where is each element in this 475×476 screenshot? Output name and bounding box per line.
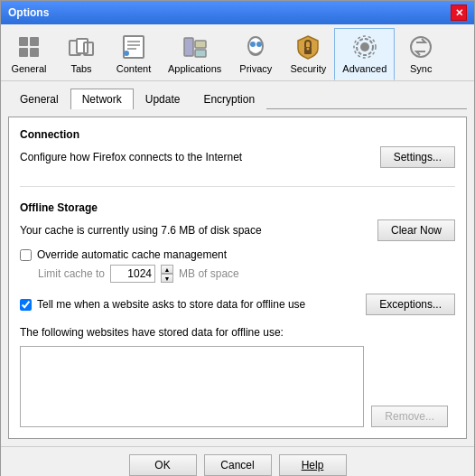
offline-section: Offline Storage Your cache is currently … [20,201,455,283]
svg-rect-13 [195,41,206,48]
svg-rect-1 [30,37,39,46]
toolbar-label-sync: Sync [410,63,432,74]
privacy-icon [241,33,270,61]
svg-rect-2 [19,48,28,57]
tabs-icon [67,33,96,61]
cache-limit-row: Limit cache to ▲ ▼ MB of space [38,265,455,283]
options-window: Options ✕ General [0,0,475,476]
tell-me-checkbox[interactable] [20,299,32,311]
remove-button[interactable]: Remove... [371,406,448,427]
general-icon [14,33,43,61]
websites-area: Remove... [20,342,448,427]
limit-up-button[interactable]: ▲ [161,265,173,274]
window-title: Options [8,6,49,19]
svg-rect-5 [77,39,88,53]
tab-network[interactable]: Network [70,89,134,109]
remove-area: Remove... [371,342,448,427]
cancel-button[interactable]: Cancel [204,454,272,476]
toolbar: General Tabs C [1,24,474,81]
toolbar-item-advanced[interactable]: Advanced [334,28,395,80]
settings-button[interactable]: Settings... [380,146,455,168]
clear-now-button[interactable]: Clear Now [377,219,455,241]
toolbar-item-tabs[interactable]: Tabs [55,28,107,80]
override-label: Override automatic cache management [37,248,227,261]
advanced-icon [350,33,379,61]
tell-me-label: Tell me when a website asks to store dat… [37,298,305,311]
footer: OK Cancel Help [1,446,474,476]
svg-point-23 [411,37,431,57]
cache-row: Your cache is currently using 7.6 MB of … [20,219,455,241]
offline-title: Offline Storage [20,201,455,214]
connection-title: Connection [20,128,455,141]
title-bar: Options ✕ [1,1,474,24]
connection-section: Connection Configure how Firefox connect… [20,128,455,172]
content-icon [119,33,148,61]
svg-point-16 [250,42,256,47]
svg-point-11 [124,51,129,56]
websites-list [20,346,364,427]
connection-text: Configure how Firefox connects to the In… [20,151,242,163]
help-button[interactable]: Help [279,454,347,476]
toolbar-label-general: General [11,63,46,74]
connection-row: Configure how Firefox connects to the In… [20,146,455,168]
limit-spinners: ▲ ▼ [161,265,173,283]
tell-me-row: Tell me when a website asks to store dat… [20,294,455,315]
svg-point-19 [307,48,310,51]
divider-1 [20,186,455,187]
tab-encryption[interactable]: Encryption [191,89,266,109]
override-row: Override automatic cache management [20,248,455,261]
limit-label: Limit cache to [38,267,105,280]
tell-me-checkbox-row: Tell me when a website asks to store dat… [20,298,366,311]
cache-text: Your cache is currently using 7.6 MB of … [20,224,262,237]
applications-icon [181,33,210,61]
toolbar-label-applications: Applications [168,63,221,74]
security-icon [293,33,322,61]
network-panel: Connection Configure how Firefox connect… [8,117,467,439]
svg-point-17 [256,42,262,47]
toolbar-item-general[interactable]: General [3,28,55,80]
toolbar-label-content: Content [116,63,152,74]
limit-unit: MB of space [179,267,239,280]
tab-bar: General Network Update Encryption [8,89,467,109]
exceptions-button[interactable]: Exceptions... [366,294,455,315]
toolbar-item-content[interactable]: Content [107,28,160,80]
help-icon: Help [302,459,324,471]
toolbar-item-applications[interactable]: Applications [160,28,229,80]
ok-button[interactable]: OK [129,454,197,476]
toolbar-label-advanced: Advanced [342,63,387,74]
svg-rect-0 [19,37,28,46]
toolbar-item-sync[interactable]: Sync [395,28,447,80]
limit-down-button[interactable]: ▼ [161,274,173,283]
close-button[interactable]: ✕ [451,5,467,21]
tab-update[interactable]: Update [134,89,192,109]
tab-general[interactable]: General [8,89,70,109]
toolbar-item-security[interactable]: Security [282,28,334,80]
toolbar-label-tabs: Tabs [70,63,91,74]
toolbar-item-privacy[interactable]: Privacy [229,28,282,80]
websites-label: The following websites have stored data … [20,326,448,339]
override-checkbox[interactable] [20,249,32,261]
toolbar-label-privacy: Privacy [239,63,272,74]
limit-input[interactable] [110,265,155,283]
sync-icon [406,33,435,61]
svg-rect-14 [195,50,206,57]
toolbar-label-security: Security [290,63,326,74]
svg-rect-3 [30,48,39,57]
svg-point-20 [360,42,369,51]
websites-section: The following websites have stored data … [20,326,448,427]
content-area: General Network Update Encryption Connec… [1,81,474,446]
svg-rect-12 [184,38,193,56]
